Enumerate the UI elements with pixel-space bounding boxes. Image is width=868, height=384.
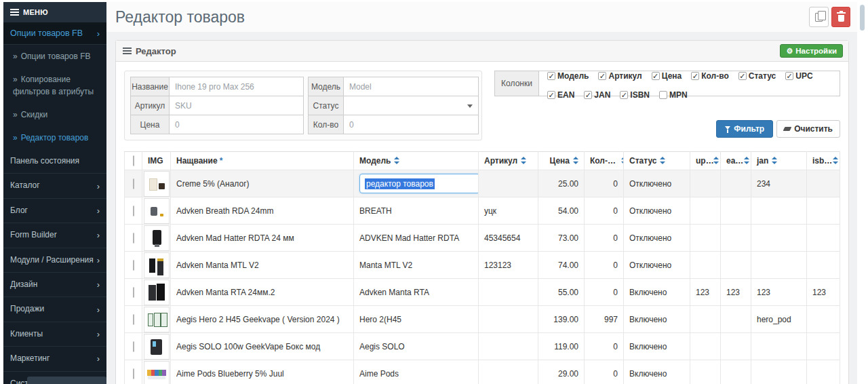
cell-sku[interactable]: 123123 bbox=[479, 252, 538, 279]
filter-qty-input[interactable] bbox=[344, 115, 479, 134]
col-header-jan[interactable]: jan bbox=[751, 152, 807, 170]
cell-qty[interactable]: 0 bbox=[585, 333, 624, 360]
cell-ean[interactable]: 123 bbox=[721, 279, 751, 306]
cell-price[interactable]: 29.00 bbox=[538, 360, 585, 384]
cell-sku[interactable] bbox=[479, 170, 538, 197]
cell-name[interactable]: Advken Manta RTA 24мм.2 bbox=[171, 279, 354, 306]
cell-isbn[interactable] bbox=[807, 197, 840, 225]
cell-qty[interactable]: 0 bbox=[585, 360, 624, 384]
cell-name[interactable]: Creme 5% (Аналог) bbox=[171, 170, 354, 197]
cell-model[interactable]: редактор товаров bbox=[354, 170, 479, 197]
sidebar-item[interactable]: Form Builder› bbox=[3, 223, 106, 247]
cell-sku[interactable]: 45345654 bbox=[479, 225, 538, 252]
cell-name[interactable]: Advken Manta MTL V2 bbox=[171, 252, 354, 279]
sidebar-item[interactable]: Дизайн› bbox=[3, 272, 106, 296]
row-checkbox[interactable] bbox=[133, 178, 134, 189]
cell-price[interactable]: 74.00 bbox=[538, 252, 585, 279]
sidebar-item[interactable]: Панель состояния bbox=[3, 149, 106, 173]
cell-upc[interactable] bbox=[690, 333, 721, 360]
cell-qty[interactable]: 997 bbox=[585, 306, 624, 333]
cell-price[interactable]: 119.00 bbox=[538, 333, 585, 360]
cell-jan[interactable] bbox=[751, 197, 807, 225]
cell-upc[interactable] bbox=[690, 252, 721, 279]
column-toggle-jan[interactable]: ✓JAN bbox=[584, 90, 610, 100]
filter-button[interactable]: Фильтр bbox=[716, 120, 773, 138]
cell-upc[interactable] bbox=[690, 197, 721, 225]
cell-ean[interactable] bbox=[721, 170, 751, 197]
cell-qty[interactable]: 0 bbox=[585, 225, 624, 252]
cell-model[interactable]: ADVKEN Mad Hatter RDTA bbox=[354, 225, 479, 252]
cell-jan[interactable] bbox=[751, 360, 807, 384]
row-checkbox[interactable] bbox=[133, 233, 134, 244]
cell-upc[interactable]: 123 bbox=[690, 279, 721, 306]
cell-price[interactable]: 55.00 bbox=[538, 279, 585, 306]
cell-price[interactable]: 54.00 bbox=[538, 197, 585, 225]
cell-ean[interactable] bbox=[721, 306, 751, 333]
cell-qty[interactable]: 0 bbox=[585, 252, 624, 279]
cell-name[interactable]: Aegis Hero 2 H45 Geekvape ( Version 2024… bbox=[171, 306, 354, 333]
cell-price[interactable]: 73.00 bbox=[538, 225, 585, 252]
cell-isbn[interactable] bbox=[807, 306, 840, 333]
column-toggle-ean[interactable]: ✓EAN bbox=[547, 90, 574, 100]
menu-toggle[interactable]: МЕНЮ bbox=[3, 2, 106, 22]
scrollbar-thumb[interactable] bbox=[860, 5, 865, 31]
sidebar-subitem[interactable]: »Редактор товаров bbox=[3, 126, 106, 149]
cell-jan[interactable] bbox=[751, 333, 807, 360]
cell-ean[interactable] bbox=[721, 360, 751, 384]
cell-model[interactable]: Hero 2(H45 bbox=[354, 306, 479, 333]
cell-qty[interactable]: 0 bbox=[585, 279, 624, 306]
row-checkbox[interactable] bbox=[133, 206, 134, 216]
settings-button[interactable]: ⚙ Настройки bbox=[780, 44, 843, 58]
cell-price[interactable]: 139.00 bbox=[538, 306, 585, 333]
row-checkbox[interactable] bbox=[133, 368, 134, 379]
inline-edit-input[interactable]: редактор товаров bbox=[359, 174, 479, 193]
sidebar-subitem[interactable]: »Скидки bbox=[3, 103, 106, 126]
cell-ean[interactable] bbox=[721, 252, 751, 279]
sidebar-subitem[interactable]: »Копирование фильтров в атрибуты bbox=[3, 68, 106, 103]
col-header-ean[interactable]: ean bbox=[721, 152, 751, 170]
clear-button[interactable]: Очистить bbox=[776, 120, 840, 138]
cell-upc[interactable] bbox=[690, 170, 721, 197]
cell-model[interactable]: Manta MTL V2 bbox=[354, 252, 479, 279]
cell-name[interactable]: Aime Pods Blueberry 5% Juul bbox=[171, 360, 354, 384]
filter-sku-input[interactable] bbox=[170, 96, 304, 115]
col-header-status[interactable]: Статус bbox=[624, 152, 690, 170]
cell-status[interactable]: Отключено bbox=[624, 252, 690, 279]
cell-status[interactable]: Включено bbox=[624, 360, 690, 384]
cell-upc[interactable] bbox=[690, 225, 721, 252]
cell-isbn[interactable] bbox=[807, 170, 840, 197]
cell-ean[interactable] bbox=[721, 225, 751, 252]
cell-price[interactable]: 25.00 bbox=[538, 170, 585, 197]
sidebar-item[interactable]: Маркетинг› bbox=[3, 346, 106, 370]
col-header-name[interactable]: Нащвание* bbox=[171, 152, 354, 170]
cell-jan[interactable]: hero_pod bbox=[751, 306, 807, 333]
column-toggle-цена[interactable]: ✓Цена bbox=[652, 71, 682, 81]
filter-model-input[interactable] bbox=[344, 77, 479, 96]
sidebar-item[interactable]: Продажи› bbox=[3, 296, 106, 321]
col-header-sku[interactable]: Артикул bbox=[479, 152, 538, 170]
sidebar-item[interactable]: Модули / Расширения› bbox=[3, 248, 106, 272]
row-checkbox[interactable] bbox=[133, 260, 134, 271]
row-checkbox[interactable] bbox=[133, 314, 134, 325]
row-checkbox[interactable] bbox=[133, 287, 134, 298]
cell-jan[interactable]: 123 bbox=[751, 279, 807, 306]
cell-model[interactable]: BREATH bbox=[354, 197, 479, 225]
cell-isbn[interactable] bbox=[807, 333, 840, 360]
column-toggle-артикул[interactable]: ✓Артикул bbox=[598, 71, 642, 81]
col-header-isbn[interactable]: isbn bbox=[807, 152, 840, 170]
select-all-checkbox[interactable] bbox=[133, 155, 134, 166]
cell-jan[interactable]: 234 bbox=[751, 170, 807, 197]
filter-price-input[interactable] bbox=[170, 115, 304, 134]
copy-button[interactable] bbox=[809, 7, 829, 27]
column-toggle-isbn[interactable]: ✓ISBN bbox=[620, 90, 650, 100]
cell-name[interactable]: Aegis SOLO 100w GeekVape Бокс мод bbox=[171, 333, 354, 360]
cell-status[interactable]: Отключено bbox=[624, 225, 690, 252]
column-toggle-mpn[interactable]: MPN bbox=[659, 90, 688, 100]
cell-ean[interactable] bbox=[721, 333, 751, 360]
cell-isbn[interactable]: 123 bbox=[807, 279, 840, 306]
cell-sku[interactable] bbox=[479, 279, 538, 306]
cell-sku[interactable] bbox=[479, 360, 538, 384]
cell-sku[interactable] bbox=[479, 306, 538, 333]
cell-qty[interactable]: 0 bbox=[585, 170, 624, 197]
filter-status-select[interactable] bbox=[344, 96, 479, 115]
